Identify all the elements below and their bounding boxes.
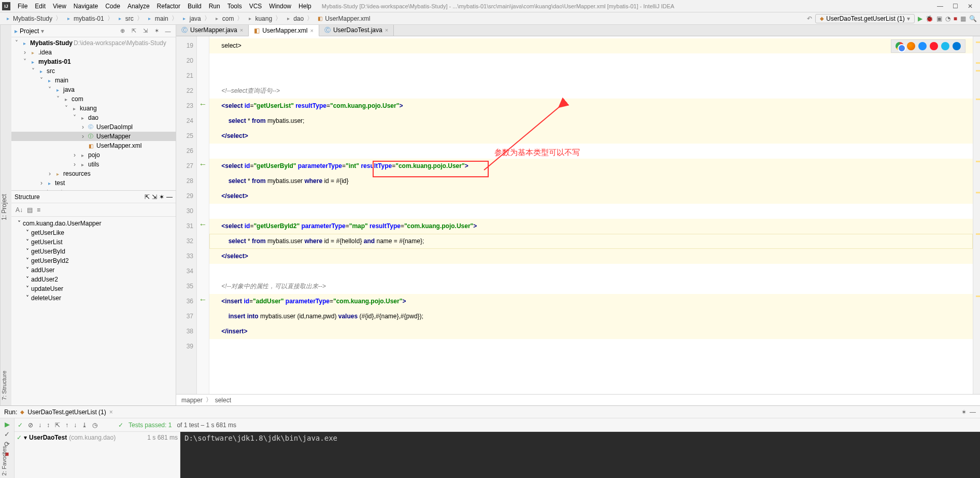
tab-userdaotest-java[interactable]: ⒸUserDaoTest.java× <box>319 25 394 36</box>
menu-edit[interactable]: Edit <box>32 2 49 11</box>
code-lines[interactable]: 参数为基本类型可以不写 select> <!--select查询语句--> <s… <box>209 36 973 394</box>
code-line[interactable]: <select id="getUserById" parameterType="… <box>209 159 973 174</box>
toolwin-project[interactable]: 1: Project <box>1 194 8 221</box>
code-line[interactable] <box>209 204 973 219</box>
crumb-main[interactable]: ▸main <box>145 15 169 22</box>
collapse-icon[interactable]: ⇱ <box>55 421 60 429</box>
code-line[interactable]: select * from mybatis.user; <box>209 114 973 129</box>
error-stripe[interactable] <box>973 36 980 394</box>
menu-window[interactable]: Window <box>266 2 294 11</box>
toggle-icon[interactable]: ✓ <box>4 430 10 438</box>
code-line[interactable] <box>209 264 973 279</box>
code-line[interactable]: </select> <box>209 129 973 144</box>
code-line[interactable] <box>209 53 973 68</box>
group-icon[interactable]: ▤ <box>27 206 33 214</box>
next-icon[interactable]: ↓ <box>74 421 77 429</box>
code-line[interactable]: <select id="getUserList" resultType="com… <box>209 99 973 114</box>
code-line[interactable]: select * from mybatis.user where id = #{… <box>209 174 973 189</box>
layout-button[interactable]: ▦ <box>960 15 966 22</box>
structure-tree[interactable]: ˅com.kuang.dao.UserMapper ˅getUserLike ˅… <box>11 217 176 405</box>
crumb-file[interactable]: ◧UserMapper.xml <box>315 15 371 22</box>
show-passed-icon[interactable]: ✓ <box>18 421 23 429</box>
debug-button[interactable]: 🐞 <box>926 15 933 22</box>
menu-build[interactable]: Build <box>184 2 205 11</box>
menu-help[interactable]: Help <box>295 2 315 11</box>
menu-view[interactable]: View <box>50 2 69 11</box>
sort-alpha-icon[interactable]: A↓ <box>16 206 23 214</box>
menu-code[interactable]: Code <box>102 2 123 11</box>
menu-refactor[interactable]: Refactor <box>154 2 183 11</box>
gutter[interactable]: 1920212223242526272829303132333435363738… <box>176 36 197 394</box>
close-icon[interactable]: × <box>240 27 243 33</box>
crumb-module[interactable]: ▸mybatis-01 <box>64 15 105 22</box>
ie-icon[interactable] <box>941 42 949 50</box>
menu-file[interactable]: File <box>15 2 31 11</box>
search-icon[interactable]: 🔍 <box>969 15 977 22</box>
project-tree[interactable]: ˅▸Mybatis-Study D:\idea-workspace\Mybati… <box>11 37 176 191</box>
code-line[interactable]: </select> <box>209 249 973 264</box>
expand-icon[interactable]: ↕ <box>47 421 50 429</box>
safari-icon[interactable] <box>918 42 927 50</box>
settings-icon[interactable]: ✶ <box>152 26 161 36</box>
run-button[interactable]: ▶ <box>918 15 922 22</box>
struct-hide-icon[interactable]: — <box>166 193 173 201</box>
select-opened-file-icon[interactable]: ⊕ <box>118 26 127 36</box>
code-line[interactable]: <insert id="addUser" parameterType="com.… <box>209 294 973 309</box>
opera-icon[interactable] <box>930 42 938 50</box>
expand-all-icon[interactable]: ⇱ <box>129 26 138 36</box>
close-icon[interactable]: × <box>385 27 388 33</box>
tab-usermapper-java[interactable]: ⒸUserMapper.java× <box>176 25 249 36</box>
edge-icon[interactable] <box>953 42 961 50</box>
hide-icon[interactable]: — <box>163 26 173 36</box>
maximize-button[interactable]: ☐ <box>953 3 958 10</box>
history-icon[interactable]: ◷ <box>92 421 97 429</box>
tab-usermapper-xml[interactable]: ◧UserMapper.xml× <box>249 25 319 36</box>
run-settings-icon[interactable]: ✶ <box>961 409 967 416</box>
close-icon[interactable]: × <box>310 27 314 34</box>
back-icon[interactable]: ↶ <box>807 15 812 22</box>
struct-expand-icon[interactable]: ⇱ <box>145 193 150 201</box>
crumb-dao[interactable]: ▸dao <box>283 15 305 22</box>
run-tab-close-icon[interactable]: × <box>109 409 113 416</box>
code-line[interactable]: <!--对象中的属性，可以直接取出来--> <box>209 279 973 294</box>
run-hide-icon[interactable]: — <box>970 409 976 416</box>
coverage-button[interactable]: ▣ <box>936 15 942 22</box>
run-config-selector[interactable]: ◆ UserDaoTest.getUserList (1) ▾ <box>815 14 914 23</box>
code-line[interactable] <box>209 68 973 83</box>
crumb-java[interactable]: ▸java <box>180 15 202 22</box>
crumb-kuang[interactable]: ▸kuang <box>245 15 273 22</box>
prev-icon[interactable]: ↑ <box>65 421 68 429</box>
close-button[interactable]: ✕ <box>968 3 973 10</box>
code-line[interactable]: insert into mybatis.user (id,name,pwd) v… <box>209 309 973 324</box>
code-line[interactable]: select> <box>209 38 973 53</box>
menu-run[interactable]: Run <box>206 2 223 11</box>
menu-tools[interactable]: Tools <box>224 2 245 11</box>
code-line[interactable] <box>209 339 973 354</box>
test-tree[interactable]: ✓ ▾ UserDaoTest (com.kuang.dao) 1 s 681 … <box>15 432 180 478</box>
code-line[interactable] <box>209 144 973 159</box>
rerun-icon[interactable]: ▶ <box>5 420 10 428</box>
crumb-root[interactable]: ▸Mybatis-Study <box>3 15 53 22</box>
struct-settings-icon[interactable]: ✶ <box>159 193 164 201</box>
menu-vcs[interactable]: VCS <box>246 2 265 11</box>
sort-icon[interactable]: ↓ <box>38 421 41 429</box>
menu-navigate[interactable]: Navigate <box>70 2 101 11</box>
code-line[interactable]: </insert> <box>209 324 973 339</box>
code-line[interactable]: <!--select查询语句--> <box>209 83 973 99</box>
run-output[interactable]: D:\software\jdk1.8\jdk\bin\java.exe <box>180 432 980 478</box>
code-line[interactable]: <select id="getUserById2" parameterType=… <box>209 219 973 234</box>
struct-collapse-icon[interactable]: ⇲ <box>152 193 157 201</box>
editor-breadcrumb[interactable]: mapper〉select <box>176 394 980 405</box>
filter-icon[interactable]: ≡ <box>37 206 40 214</box>
stop-button[interactable]: ■ <box>954 15 957 22</box>
crumb-src[interactable]: ▸src <box>116 15 135 22</box>
menu-analyze[interactable]: Analyze <box>124 2 153 11</box>
firefox-icon[interactable] <box>907 42 915 50</box>
export-icon[interactable]: ⤓ <box>82 421 87 429</box>
toolwin-structure[interactable]: 7: Structure <box>1 371 7 400</box>
code-line[interactable]: </select> <box>209 189 973 204</box>
code-line[interactable]: select * from mybatis.user where id = #{… <box>209 234 973 249</box>
collapse-all-icon[interactable]: ⇲ <box>140 26 150 36</box>
chrome-icon[interactable] <box>896 42 904 50</box>
crumb-com[interactable]: ▸com <box>212 15 235 22</box>
